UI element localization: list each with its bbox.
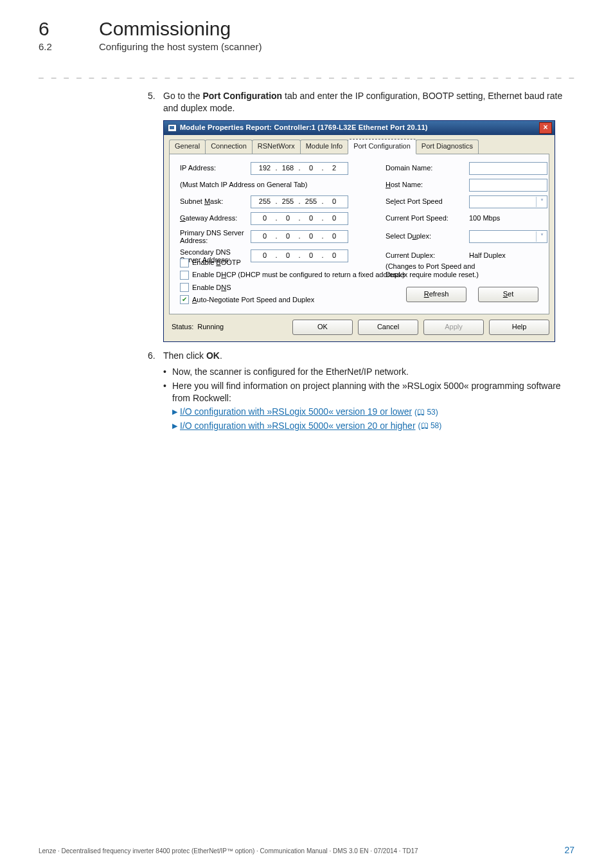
page-ref-2: (🕮 58) — [418, 420, 442, 431]
port-config-panel: IP Address: 192. 168. 0. 2 Domain Name: … — [169, 154, 549, 314]
set-button[interactable]: Set — [478, 287, 538, 302]
gateway-address-label: Gateway Address: — [180, 213, 251, 223]
enable-dhcp-label: Enable DHCP (DHCP must be configured to … — [192, 270, 405, 280]
enable-bootp-row: Enable BOOTP — [180, 258, 406, 267]
module-properties-dialog: Module Properties Report: Controller:1 (… — [163, 120, 555, 342]
step-text: Then click OK. — [163, 350, 222, 362]
ok-button[interactable]: OK — [292, 320, 353, 335]
window-icon — [168, 124, 177, 132]
status-label: Status: — [172, 322, 193, 332]
link-row-1: ▶ I/O configuration with »RSLogix 5000« … — [172, 406, 574, 418]
help-button[interactable]: Help — [489, 320, 549, 335]
enable-dns-checkbox[interactable] — [180, 283, 189, 292]
bullet-2: • Here you will find information on proj… — [163, 380, 574, 405]
tab-connection[interactable]: Connection — [205, 140, 253, 153]
triangle-icon: ▶ — [172, 407, 177, 417]
bullet-text: Now, the scanner is configured for the E… — [172, 366, 409, 378]
auto-negotiate-row: Auto-Negotiate Port Speed and Duplex — [180, 295, 406, 305]
page-ref-1: (🕮 53) — [414, 407, 438, 418]
tab-module-info[interactable]: Module Info — [300, 140, 348, 153]
link-row-2: ▶ I/O configuration with »RSLogix 5000« … — [172, 420, 574, 432]
io-config-v19-link[interactable]: I/O configuration with »RSLogix 5000« ve… — [180, 406, 412, 418]
primary-dns-input[interactable]: 0. 0. 0. 0 — [251, 230, 348, 243]
enable-bootp-checkbox[interactable] — [180, 258, 189, 267]
host-name-input[interactable] — [469, 179, 547, 192]
select-port-speed-label: Select Port Speed — [386, 197, 469, 206]
section-number: 6.2 — [39, 41, 99, 52]
bullet-1: • Now, the scanner is configured for the… — [163, 366, 574, 378]
auto-negotiate-checkbox[interactable] — [180, 295, 189, 304]
enable-dns-row: Enable DNS — [180, 283, 406, 293]
select-port-speed-dropdown[interactable]: ˅ — [469, 195, 547, 208]
close-icon[interactable]: × — [539, 122, 552, 134]
tab-port-diagnostics[interactable]: Port Diagnostics — [416, 140, 479, 153]
subnet-mask-input[interactable]: 255. 255. 255. 0 — [251, 195, 348, 208]
bullet-text: Here you will find information on projec… — [172, 380, 574, 405]
page-number: 27 — [564, 845, 574, 855]
ip-address-label: IP Address: — [180, 163, 251, 173]
apply-button[interactable]: Apply — [423, 320, 484, 335]
tab-general[interactable]: General — [169, 140, 206, 153]
chevron-down-icon: ˅ — [536, 231, 547, 242]
current-port-speed-label: Current Port Speed: — [386, 213, 469, 223]
status-value: Running — [197, 322, 224, 332]
cancel-button[interactable]: Cancel — [358, 320, 418, 335]
ip-address-input[interactable]: 192. 168. 0. 2 — [251, 162, 348, 175]
footer-text: Lenze · Decentralised frequency inverter… — [39, 847, 418, 854]
step-number: 5. — [148, 90, 163, 115]
horizontal-rule: _ _ _ _ _ _ _ _ _ _ _ _ _ _ _ _ _ _ _ _ … — [39, 69, 574, 78]
primary-dns-label: Primary DNS Server Address: — [180, 229, 251, 244]
subnet-mask-label: Subnet Mask: — [180, 197, 251, 206]
domain-name-input[interactable] — [469, 162, 547, 175]
chapter-number: 6 — [39, 18, 99, 40]
io-config-v20-link[interactable]: I/O configuration with »RSLogix 5000« ve… — [180, 420, 416, 432]
section-title: Configuring the host system (scanner) — [99, 41, 262, 52]
refresh-button[interactable]: Refresh — [406, 287, 466, 302]
select-duplex-dropdown[interactable]: ˅ — [469, 230, 547, 243]
auto-negotiate-label: Auto-Negotiate Port Speed and Duplex — [192, 295, 314, 305]
must-match-note: (Must Match IP Address on General Tab) — [180, 180, 360, 190]
dialog-title-bar: Module Properties Report: Controller:1 (… — [164, 121, 555, 135]
enable-bootp-label: Enable BOOTP — [192, 258, 241, 267]
current-port-speed-value: 100 Mbps — [469, 213, 553, 223]
enable-dhcp-row: Enable DHCP (DHCP must be configured to … — [180, 270, 406, 280]
step-number: 6. — [148, 350, 163, 362]
enable-dns-label: Enable DNS — [192, 283, 231, 293]
step-5: 5. Go to the Port Configuration tab and … — [148, 90, 574, 115]
page-footer: Lenze · Decentralised frequency inverter… — [39, 845, 574, 855]
select-duplex-label: Select Duplex: — [386, 231, 469, 241]
tab-port-configuration[interactable]: Port Configuration — [348, 139, 416, 154]
tab-strip: General Connection RSNetWorx Module Info… — [169, 140, 549, 154]
chevron-down-icon: ˅ — [536, 197, 547, 207]
step-6: 6. Then click OK. — [148, 350, 574, 362]
domain-name-label: Domain Name: — [386, 163, 469, 173]
chapter-title: Commissioning — [99, 18, 231, 40]
step-text: Go to the Port Configuration tab and ent… — [163, 90, 574, 115]
tab-rsnetworx[interactable]: RSNetWorx — [252, 140, 301, 153]
dialog-title: Module Properties Report: Controller:1 (… — [180, 123, 428, 132]
enable-dhcp-checkbox[interactable] — [180, 271, 189, 280]
gateway-address-input[interactable]: 0. 0. 0. 0 — [251, 212, 348, 225]
host-name-label: Host Name: — [386, 180, 469, 190]
triangle-icon: ▶ — [172, 421, 177, 431]
